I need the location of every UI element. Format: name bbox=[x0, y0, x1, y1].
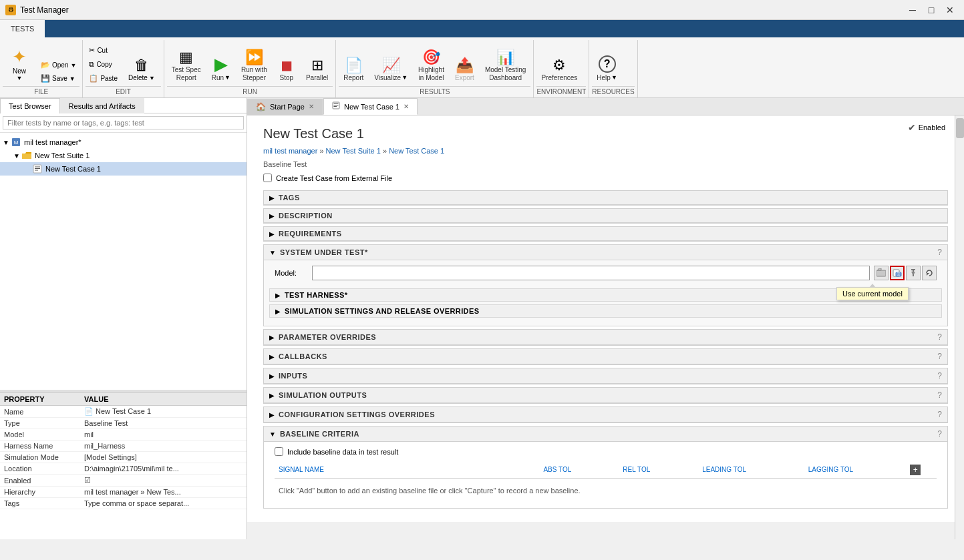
section-tags-header[interactable]: ▶ TAGS bbox=[264, 191, 947, 205]
model-refresh-button[interactable] bbox=[922, 266, 937, 280]
sub-section-simulation-header[interactable]: ▶ SIMULATION SETTINGS AND RELEASE OVERRI… bbox=[270, 305, 941, 317]
tab-start-page[interactable]: 🏠 Start Page ✕ bbox=[247, 99, 323, 115]
cb-help-icon[interactable]: ? bbox=[937, 352, 942, 361]
add-baseline-button[interactable]: + bbox=[910, 465, 921, 475]
sut-help-icon[interactable]: ? bbox=[937, 248, 942, 257]
ribbon-group-file: ✦ New ▼ 📂Open▼ 💾Save▼ FILE bbox=[0, 40, 83, 97]
title-bar: ⚙ Test Manager ─ □ ✕ bbox=[0, 0, 964, 20]
section-system-under-test: ▼ SYSTEM UNDER TEST* ? Model: bbox=[263, 244, 948, 326]
ribbon-group-results: 📄 Report 📈 Visualize▼ 🎯 Highlightin Mode… bbox=[336, 40, 534, 97]
include-baseline-checkbox[interactable] bbox=[275, 447, 283, 456]
export-button[interactable]: 📤 Export bbox=[450, 55, 479, 85]
property-name: Tags bbox=[0, 498, 80, 509]
section-description-header[interactable]: ▶ DESCRIPTION bbox=[264, 209, 947, 223]
tree-item-testcase[interactable]: New Test Case 1 bbox=[0, 162, 247, 176]
environment-group-label: ENVIRONMENT bbox=[536, 86, 586, 97]
ribbon-tab-tests[interactable]: TESTS bbox=[0, 20, 45, 37]
property-name: Name bbox=[0, 406, 80, 418]
section-sut-arrow: ▼ bbox=[269, 249, 276, 256]
tab-results-artifacts[interactable]: Results and Artifacts bbox=[60, 98, 144, 113]
testcase-icon bbox=[32, 164, 43, 174]
copy-button[interactable]: ⧉Copy bbox=[86, 58, 121, 71]
model-browse-button[interactable] bbox=[874, 266, 889, 280]
report-button[interactable]: 📄 Report bbox=[339, 55, 368, 85]
highlight-button[interactable]: 🎯 Highlightin Model bbox=[414, 47, 449, 85]
tab-test-browser[interactable]: Test Browser bbox=[0, 98, 60, 113]
run-stepper-button[interactable]: ⏩ Run withStepper bbox=[236, 47, 272, 85]
folder-icon bbox=[21, 150, 32, 161]
run-button[interactable]: ▶ Run▼ bbox=[207, 53, 235, 85]
minimize-button[interactable]: ─ bbox=[904, 3, 921, 17]
external-file-checkbox[interactable] bbox=[263, 174, 272, 182]
section-so-header[interactable]: ▶ SIMULATION OUTPUTS ? bbox=[264, 388, 947, 403]
close-button[interactable]: ✕ bbox=[941, 3, 959, 17]
save-button[interactable]: 💾Save▼ bbox=[37, 72, 79, 85]
section-po-header[interactable]: ▶ PARAMETER OVERRIDES ? bbox=[264, 330, 947, 345]
help-button[interactable]: ? Help▼ bbox=[592, 53, 622, 85]
parallel-button[interactable]: ⊞ Parallel bbox=[301, 55, 333, 85]
tab-new-test-case[interactable]: New Test Case 1 ✕ bbox=[323, 98, 418, 115]
panel-tabs: Test Browser Results and Artifacts bbox=[0, 98, 247, 113]
breadcrumb-root[interactable]: mil test manager bbox=[263, 147, 317, 155]
paste-button[interactable]: 📋Paste bbox=[86, 72, 121, 85]
start-page-close[interactable]: ✕ bbox=[309, 103, 314, 110]
left-panel: Test Browser Results and Artifacts ▼ M m… bbox=[0, 98, 247, 539]
preferences-button[interactable]: ⚙ Preferences bbox=[536, 55, 582, 85]
tree-item-root[interactable]: ▼ M mil test manager* bbox=[0, 135, 247, 149]
section-config-overrides: ▶ CONFIGURATION SETTINGS OVERRIDES ? bbox=[263, 406, 948, 423]
section-inputs-header[interactable]: ▶ INPUTS ? bbox=[264, 368, 947, 384]
tree-label-suite: New Test Suite 1 bbox=[35, 152, 90, 160]
tree-item-suite[interactable]: ▼ New Test Suite 1 bbox=[0, 149, 247, 162]
start-page-icon: 🏠 bbox=[256, 102, 266, 111]
breadcrumb-suite[interactable]: New Test Suite 1 bbox=[326, 147, 381, 155]
section-sut-header[interactable]: ▼ SYSTEM UNDER TEST* ? bbox=[264, 245, 947, 260]
co-help-icon[interactable]: ? bbox=[937, 410, 942, 419]
section-cb-header[interactable]: ▶ CALLBACKS ? bbox=[264, 349, 947, 364]
model-pin-button[interactable] bbox=[906, 266, 921, 280]
new-button[interactable]: ✦ New ▼ bbox=[3, 43, 36, 85]
svg-text:M: M bbox=[14, 139, 19, 146]
prop-header-value: VALUE bbox=[80, 393, 247, 406]
breadcrumb-sep1: » bbox=[319, 147, 325, 155]
section-callbacks: ▶ CALLBACKS ? bbox=[263, 348, 948, 365]
section-co-header[interactable]: ▶ CONFIGURATION SETTINGS OVERRIDES ? bbox=[264, 407, 947, 423]
svg-rect-10 bbox=[876, 270, 886, 276]
ribbon-group-environment: ⚙ Preferences ENVIRONMENT bbox=[534, 40, 589, 97]
prop-header-property: PROPERTY bbox=[0, 393, 80, 406]
property-name: Harness Name bbox=[0, 441, 80, 452]
section-bc-title: BASELINE CRITERIA bbox=[280, 430, 937, 438]
bc-help-icon[interactable]: ? bbox=[937, 429, 942, 439]
section-requirements: ▶ REQUIREMENTS bbox=[263, 226, 948, 242]
resources-group-label: RESOURCES bbox=[592, 86, 634, 97]
vertical-scrollbar[interactable] bbox=[955, 115, 964, 539]
inputs-help-icon[interactable]: ? bbox=[937, 371, 942, 380]
maximize-button[interactable]: □ bbox=[923, 3, 940, 17]
property-row: Hierarchymil test manager » New Tes... bbox=[0, 487, 247, 498]
test-case-close[interactable]: ✕ bbox=[404, 103, 409, 110]
content-wrapper: ✔ Enabled New Test Case 1 mil test manag… bbox=[247, 115, 964, 539]
open-button[interactable]: 📂Open▼ bbox=[37, 59, 79, 71]
breadcrumb-case[interactable]: New Test Case 1 bbox=[389, 147, 444, 155]
filter-input[interactable] bbox=[3, 116, 244, 129]
so-help-icon[interactable]: ? bbox=[937, 390, 942, 400]
section-bc-header[interactable]: ▼ BASELINE CRITERIA ? bbox=[264, 427, 947, 442]
property-value[interactable]: ☑ bbox=[80, 475, 247, 487]
baseline-criteria-body: Include baseline data in test result SIG… bbox=[264, 442, 947, 508]
stop-button[interactable]: ◼ Stop bbox=[273, 55, 300, 85]
model-testing-button[interactable]: 📊 Model TestingDashboard bbox=[480, 47, 531, 85]
properties-panel: PROPERTY VALUE Name📄 New Test Case 1Type… bbox=[0, 392, 247, 539]
section-cb-arrow: ▶ bbox=[269, 353, 275, 360]
testspec-button[interactable]: ▦ Test SpecReport bbox=[167, 47, 206, 85]
external-file-label: Create Test Case from External File bbox=[276, 174, 392, 182]
use-current-model-button[interactable]: ⊞ bbox=[890, 266, 905, 280]
model-input[interactable] bbox=[312, 266, 870, 280]
delete-button[interactable]: 🗑 Delete▼ bbox=[122, 53, 161, 85]
visualize-button[interactable]: 📈 Visualize▼ bbox=[369, 55, 412, 85]
filter-box bbox=[0, 113, 247, 133]
section-po-arrow: ▶ bbox=[269, 334, 275, 341]
cut-button[interactable]: ✂Cut bbox=[86, 44, 121, 57]
svg-marker-17 bbox=[927, 273, 929, 276]
section-tags: ▶ TAGS bbox=[263, 190, 948, 206]
po-help-icon[interactable]: ? bbox=[937, 332, 942, 342]
section-requirements-header[interactable]: ▶ REQUIREMENTS bbox=[264, 227, 947, 241]
